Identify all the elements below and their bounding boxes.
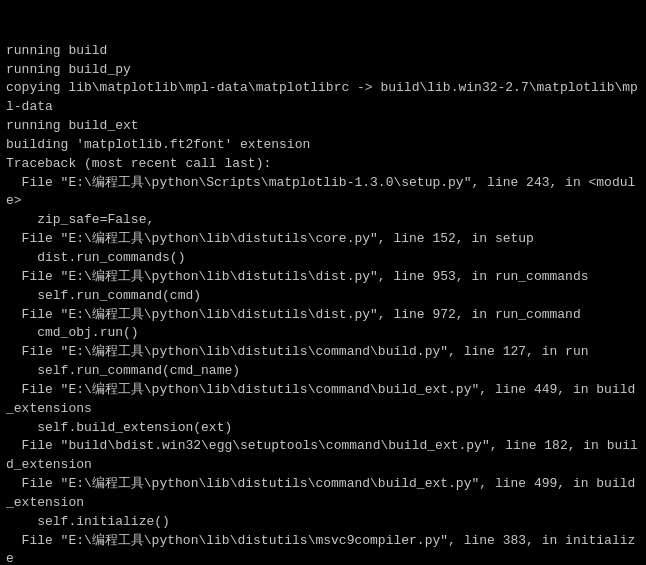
terminal-window: running buildrunning build_pycopying lib… <box>0 0 646 565</box>
terminal-line: cmd_obj.run() <box>6 324 640 343</box>
terminal-line: File "E:\编程工具\python\lib\distutils\comma… <box>6 475 640 513</box>
terminal-content: running buildrunning build_pycopying lib… <box>6 42 640 565</box>
terminal-line: File "E:\编程工具\python\Scripts\matplotlib-… <box>6 174 640 212</box>
terminal-line: building 'matplotlib.ft2font' extension <box>6 136 640 155</box>
terminal-line: self.run_command(cmd_name) <box>6 362 640 381</box>
terminal-line: File "E:\编程工具\python\lib\distutils\dist.… <box>6 268 640 287</box>
terminal-line: File "E:\编程工具\python\lib\distutils\msvc9… <box>6 532 640 565</box>
terminal-line: Traceback (most recent call last): <box>6 155 640 174</box>
terminal-line: running build_ext <box>6 117 640 136</box>
terminal-line: copying lib\matplotlib\mpl-data\matplotl… <box>6 79 640 117</box>
terminal-line: dist.run_commands() <box>6 249 640 268</box>
terminal-line: self.initialize() <box>6 513 640 532</box>
terminal-line: File "E:\编程工具\python\lib\distutils\comma… <box>6 381 640 419</box>
terminal-line: zip_safe=False, <box>6 211 640 230</box>
terminal-line: File "E:\编程工具\python\lib\distutils\dist.… <box>6 306 640 325</box>
terminal-line: File "E:\编程工具\python\lib\distutils\core.… <box>6 230 640 249</box>
terminal-line: self.run_command(cmd) <box>6 287 640 306</box>
terminal-line: File "E:\编程工具\python\lib\distutils\comma… <box>6 343 640 362</box>
terminal-line: running build_py <box>6 61 640 80</box>
terminal-line: self.build_extension(ext) <box>6 419 640 438</box>
terminal-line: running build <box>6 42 640 61</box>
terminal-line: File "build\bdist.win32\egg\setuptools\c… <box>6 437 640 475</box>
